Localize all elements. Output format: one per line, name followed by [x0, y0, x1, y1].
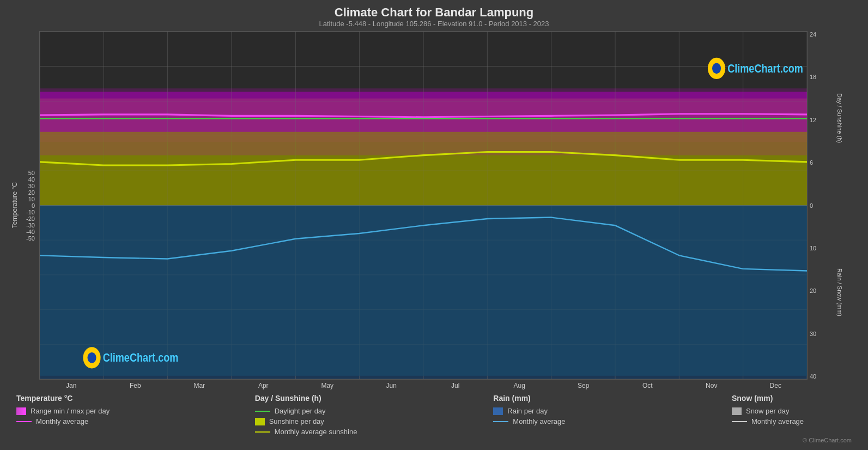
- legend-snow-avg-label: Monthly average: [751, 417, 804, 425]
- chart-svg: /* rendered as SVG rect strips */: [40, 32, 807, 379]
- legend-sunshine-avg: Monthly average sunshine: [255, 428, 375, 436]
- page-container: Climate Chart for Bandar Lampung Latitud…: [0, 0, 868, 450]
- legend-rain-avg-line: [493, 421, 508, 422]
- x-label-may: May: [295, 382, 360, 389]
- legend-temp-avg: Monthly average: [16, 417, 136, 425]
- legend-temperature: Temperature °C Range min / max per day M…: [16, 394, 136, 436]
- svg-point-33: [87, 352, 96, 363]
- title-area: Climate Chart for Bandar Lampung Latitud…: [11, 5, 857, 28]
- legend-rain-swatch: Rain per day: [493, 407, 613, 415]
- legend-sunshine-avg-label: Monthly average sunshine: [275, 428, 357, 436]
- y-axis-right-bottom-label: Rain / Snow (mm): [836, 206, 843, 380]
- svg-point-36: [712, 63, 721, 74]
- chart-area: /* rendered as SVG rect strips */: [39, 31, 808, 380]
- copyright-text: © ClimeChart.com: [11, 437, 857, 445]
- x-label-jun: Jun: [360, 382, 424, 389]
- legend-rain-color-swatch: [493, 407, 503, 415]
- legend-snow-title: Snow (mm): [732, 394, 852, 403]
- legend-temp-range-label: Range min / max per day: [31, 407, 110, 415]
- legend-sunshine-color-swatch: [255, 418, 265, 425]
- legend-snow-swatch-label: Snow per day: [746, 407, 790, 415]
- y-axis-left-values: 50 40 30 20 10 0 -10 -20 -30 -40 -50: [20, 170, 38, 242]
- legend-temp-avg-label: Monthly average: [36, 417, 88, 425]
- x-label-jan: Jan: [39, 382, 104, 389]
- chart-title: Climate Chart for Bandar Lampung: [11, 5, 857, 20]
- legend-sunshine-avg-line: [255, 431, 270, 433]
- y-axis-right-values: 24 18 12 6 0 10 20 30 40: [808, 31, 826, 380]
- x-label-dec: Dec: [744, 382, 808, 389]
- legend-sunshine-swatch-label: Sunshine per day: [269, 417, 324, 425]
- legend-snow-avg-line: [732, 421, 747, 422]
- legend-daylight-label: Daylight per day: [275, 407, 326, 415]
- legend-daylight-line: [255, 411, 270, 412]
- y-axis-left-label: Temperature °C: [11, 182, 19, 228]
- x-label-mar: Mar: [167, 382, 232, 389]
- legend-snow-swatch: Snow per day: [732, 407, 852, 415]
- x-label-feb: Feb: [104, 382, 168, 389]
- legend-sunshine-swatch: Sunshine per day: [255, 417, 375, 425]
- legend-temp-range: Range min / max per day: [16, 407, 136, 415]
- legend-snow: Snow (mm) Snow per day Monthly average: [732, 394, 852, 436]
- x-label-jul: Jul: [423, 382, 488, 389]
- legend-snow-avg: Monthly average: [732, 417, 852, 425]
- x-label-oct: Oct: [616, 382, 680, 389]
- svg-rect-31: [40, 206, 807, 376]
- legend-area: Temperature °C Range min / max per day M…: [11, 389, 857, 437]
- legend-sunshine: Day / Sunshine (h) Daylight per day Suns…: [255, 394, 375, 436]
- legend-rain-avg: Monthly average: [493, 417, 613, 425]
- legend-rain-avg-label: Monthly average: [513, 417, 565, 425]
- svg-rect-30: [40, 132, 807, 206]
- x-label-sep: Sep: [551, 382, 616, 389]
- x-axis: Jan Feb Mar Apr May Jun Jul Aug Sep Oct …: [39, 380, 808, 389]
- legend-snow-color-swatch: [732, 407, 742, 415]
- legend-rain-title: Rain (mm): [493, 394, 613, 403]
- legend-sunshine-title: Day / Sunshine (h): [255, 394, 375, 403]
- legend-temp-range-swatch: [16, 407, 26, 415]
- legend-daylight: Daylight per day: [255, 407, 375, 415]
- x-label-apr: Apr: [232, 382, 296, 389]
- legend-rain-swatch-label: Rain per day: [507, 407, 548, 415]
- y-axis-right-top-label: Day / Sunshine (h): [836, 31, 843, 206]
- svg-text:ClimeChart.com: ClimeChart.com: [103, 351, 179, 364]
- chart-subtitle: Latitude -5.448 - Longitude 105.286 - El…: [11, 20, 857, 28]
- legend-temp-avg-line: [16, 421, 32, 422]
- x-label-nov: Nov: [679, 382, 744, 389]
- legend-rain: Rain (mm) Rain per day Monthly average: [493, 394, 613, 436]
- legend-temperature-title: Temperature °C: [16, 394, 136, 403]
- x-label-aug: Aug: [488, 382, 552, 389]
- svg-text:ClimeChart.com: ClimeChart.com: [727, 62, 803, 75]
